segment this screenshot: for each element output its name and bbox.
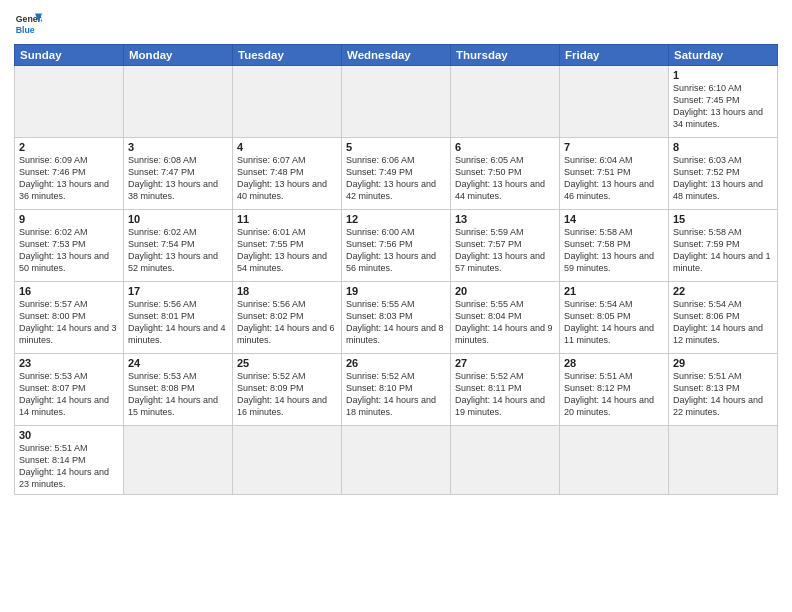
logo: General Blue bbox=[14, 10, 42, 38]
day-info: Sunrise: 6:09 AM Sunset: 7:46 PM Dayligh… bbox=[19, 154, 119, 203]
day-number: 4 bbox=[237, 141, 337, 153]
day-number: 19 bbox=[346, 285, 446, 297]
calendar-cell: 30Sunrise: 5:51 AM Sunset: 8:14 PM Dayli… bbox=[15, 426, 124, 495]
calendar-cell: 29Sunrise: 5:51 AM Sunset: 8:13 PM Dayli… bbox=[669, 354, 778, 426]
day-number: 16 bbox=[19, 285, 119, 297]
day-number: 27 bbox=[455, 357, 555, 369]
day-info: Sunrise: 6:01 AM Sunset: 7:55 PM Dayligh… bbox=[237, 226, 337, 275]
day-info: Sunrise: 5:57 AM Sunset: 8:00 PM Dayligh… bbox=[19, 298, 119, 347]
day-info: Sunrise: 6:06 AM Sunset: 7:49 PM Dayligh… bbox=[346, 154, 446, 203]
day-number: 10 bbox=[128, 213, 228, 225]
calendar-cell: 13Sunrise: 5:59 AM Sunset: 7:57 PM Dayli… bbox=[451, 210, 560, 282]
calendar-cell: 12Sunrise: 6:00 AM Sunset: 7:56 PM Dayli… bbox=[342, 210, 451, 282]
calendar-cell bbox=[124, 66, 233, 138]
day-info: Sunrise: 6:07 AM Sunset: 7:48 PM Dayligh… bbox=[237, 154, 337, 203]
calendar-cell: 4Sunrise: 6:07 AM Sunset: 7:48 PM Daylig… bbox=[233, 138, 342, 210]
day-info: Sunrise: 6:04 AM Sunset: 7:51 PM Dayligh… bbox=[564, 154, 664, 203]
calendar-cell: 14Sunrise: 5:58 AM Sunset: 7:58 PM Dayli… bbox=[560, 210, 669, 282]
day-number: 28 bbox=[564, 357, 664, 369]
day-info: Sunrise: 5:53 AM Sunset: 8:07 PM Dayligh… bbox=[19, 370, 119, 419]
calendar-cell bbox=[560, 66, 669, 138]
calendar-cell: 20Sunrise: 5:55 AM Sunset: 8:04 PM Dayli… bbox=[451, 282, 560, 354]
logo-icon: General Blue bbox=[14, 10, 42, 38]
day-info: Sunrise: 5:56 AM Sunset: 8:02 PM Dayligh… bbox=[237, 298, 337, 347]
day-number: 26 bbox=[346, 357, 446, 369]
calendar-cell: 5Sunrise: 6:06 AM Sunset: 7:49 PM Daylig… bbox=[342, 138, 451, 210]
day-info: Sunrise: 5:53 AM Sunset: 8:08 PM Dayligh… bbox=[128, 370, 228, 419]
calendar-cell: 22Sunrise: 5:54 AM Sunset: 8:06 PM Dayli… bbox=[669, 282, 778, 354]
calendar-cell: 15Sunrise: 5:58 AM Sunset: 7:59 PM Dayli… bbox=[669, 210, 778, 282]
calendar-cell: 7Sunrise: 6:04 AM Sunset: 7:51 PM Daylig… bbox=[560, 138, 669, 210]
calendar-cell: 10Sunrise: 6:02 AM Sunset: 7:54 PM Dayli… bbox=[124, 210, 233, 282]
day-info: Sunrise: 6:05 AM Sunset: 7:50 PM Dayligh… bbox=[455, 154, 555, 203]
day-number: 14 bbox=[564, 213, 664, 225]
day-info: Sunrise: 5:52 AM Sunset: 8:10 PM Dayligh… bbox=[346, 370, 446, 419]
day-number: 29 bbox=[673, 357, 773, 369]
day-info: Sunrise: 6:02 AM Sunset: 7:53 PM Dayligh… bbox=[19, 226, 119, 275]
calendar-cell: 6Sunrise: 6:05 AM Sunset: 7:50 PM Daylig… bbox=[451, 138, 560, 210]
day-info: Sunrise: 5:58 AM Sunset: 7:58 PM Dayligh… bbox=[564, 226, 664, 275]
day-number: 6 bbox=[455, 141, 555, 153]
day-info: Sunrise: 5:51 AM Sunset: 8:14 PM Dayligh… bbox=[19, 442, 119, 491]
calendar-cell bbox=[342, 426, 451, 495]
day-info: Sunrise: 6:00 AM Sunset: 7:56 PM Dayligh… bbox=[346, 226, 446, 275]
calendar-cell bbox=[451, 426, 560, 495]
day-number: 1 bbox=[673, 69, 773, 81]
calendar-cell: 1Sunrise: 6:10 AM Sunset: 7:45 PM Daylig… bbox=[669, 66, 778, 138]
day-info: Sunrise: 5:55 AM Sunset: 8:04 PM Dayligh… bbox=[455, 298, 555, 347]
calendar-cell: 25Sunrise: 5:52 AM Sunset: 8:09 PM Dayli… bbox=[233, 354, 342, 426]
day-info: Sunrise: 5:51 AM Sunset: 8:13 PM Dayligh… bbox=[673, 370, 773, 419]
header-sunday: Sunday bbox=[15, 45, 124, 66]
day-info: Sunrise: 5:52 AM Sunset: 8:11 PM Dayligh… bbox=[455, 370, 555, 419]
day-info: Sunrise: 5:55 AM Sunset: 8:03 PM Dayligh… bbox=[346, 298, 446, 347]
day-number: 5 bbox=[346, 141, 446, 153]
calendar-cell: 9Sunrise: 6:02 AM Sunset: 7:53 PM Daylig… bbox=[15, 210, 124, 282]
header-tuesday: Tuesday bbox=[233, 45, 342, 66]
calendar-cell: 18Sunrise: 5:56 AM Sunset: 8:02 PM Dayli… bbox=[233, 282, 342, 354]
day-info: Sunrise: 5:54 AM Sunset: 8:06 PM Dayligh… bbox=[673, 298, 773, 347]
calendar-header-row: SundayMondayTuesdayWednesdayThursdayFrid… bbox=[15, 45, 778, 66]
header-wednesday: Wednesday bbox=[342, 45, 451, 66]
calendar-cell bbox=[15, 66, 124, 138]
calendar-cell: 19Sunrise: 5:55 AM Sunset: 8:03 PM Dayli… bbox=[342, 282, 451, 354]
calendar-cell bbox=[560, 426, 669, 495]
calendar-cell bbox=[233, 66, 342, 138]
calendar-cell: 17Sunrise: 5:56 AM Sunset: 8:01 PM Dayli… bbox=[124, 282, 233, 354]
day-number: 13 bbox=[455, 213, 555, 225]
calendar-cell: 26Sunrise: 5:52 AM Sunset: 8:10 PM Dayli… bbox=[342, 354, 451, 426]
calendar-cell: 11Sunrise: 6:01 AM Sunset: 7:55 PM Dayli… bbox=[233, 210, 342, 282]
day-number: 21 bbox=[564, 285, 664, 297]
day-info: Sunrise: 5:51 AM Sunset: 8:12 PM Dayligh… bbox=[564, 370, 664, 419]
calendar-cell bbox=[124, 426, 233, 495]
calendar-cell: 16Sunrise: 5:57 AM Sunset: 8:00 PM Dayli… bbox=[15, 282, 124, 354]
day-number: 15 bbox=[673, 213, 773, 225]
day-info: Sunrise: 5:52 AM Sunset: 8:09 PM Dayligh… bbox=[237, 370, 337, 419]
calendar: SundayMondayTuesdayWednesdayThursdayFrid… bbox=[14, 44, 778, 495]
calendar-cell bbox=[233, 426, 342, 495]
day-number: 12 bbox=[346, 213, 446, 225]
header-friday: Friday bbox=[560, 45, 669, 66]
calendar-cell: 3Sunrise: 6:08 AM Sunset: 7:47 PM Daylig… bbox=[124, 138, 233, 210]
svg-text:Blue: Blue bbox=[16, 25, 35, 35]
calendar-cell bbox=[342, 66, 451, 138]
calendar-cell bbox=[669, 426, 778, 495]
calendar-cell: 27Sunrise: 5:52 AM Sunset: 8:11 PM Dayli… bbox=[451, 354, 560, 426]
day-info: Sunrise: 6:10 AM Sunset: 7:45 PM Dayligh… bbox=[673, 82, 773, 131]
day-number: 25 bbox=[237, 357, 337, 369]
day-info: Sunrise: 5:59 AM Sunset: 7:57 PM Dayligh… bbox=[455, 226, 555, 275]
day-number: 3 bbox=[128, 141, 228, 153]
day-number: 20 bbox=[455, 285, 555, 297]
day-number: 18 bbox=[237, 285, 337, 297]
calendar-cell: 8Sunrise: 6:03 AM Sunset: 7:52 PM Daylig… bbox=[669, 138, 778, 210]
calendar-cell: 23Sunrise: 5:53 AM Sunset: 8:07 PM Dayli… bbox=[15, 354, 124, 426]
calendar-cell: 24Sunrise: 5:53 AM Sunset: 8:08 PM Dayli… bbox=[124, 354, 233, 426]
day-number: 2 bbox=[19, 141, 119, 153]
day-number: 7 bbox=[564, 141, 664, 153]
header-thursday: Thursday bbox=[451, 45, 560, 66]
day-info: Sunrise: 5:54 AM Sunset: 8:05 PM Dayligh… bbox=[564, 298, 664, 347]
day-info: Sunrise: 6:03 AM Sunset: 7:52 PM Dayligh… bbox=[673, 154, 773, 203]
day-number: 22 bbox=[673, 285, 773, 297]
day-number: 11 bbox=[237, 213, 337, 225]
calendar-cell: 2Sunrise: 6:09 AM Sunset: 7:46 PM Daylig… bbox=[15, 138, 124, 210]
day-info: Sunrise: 6:08 AM Sunset: 7:47 PM Dayligh… bbox=[128, 154, 228, 203]
